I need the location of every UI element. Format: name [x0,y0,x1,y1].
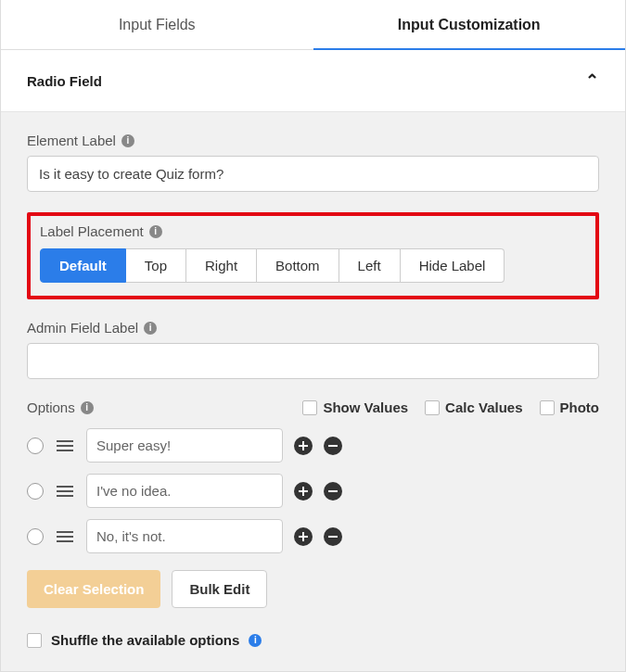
remove-option-button[interactable] [324,437,342,455]
svg-rect-5 [328,490,338,492]
section-title: Radio Field [27,73,102,89]
remove-option-button[interactable] [324,527,342,546]
placement-top[interactable]: Top [126,248,186,283]
chevron-up-icon: ⌃ [585,70,599,91]
info-icon[interactable]: i [249,634,262,647]
clear-selection-button[interactable]: Clear Selection [27,570,160,608]
label-placement-group: Default Top Right Bottom Left Hide Label [40,248,586,283]
info-icon[interactable]: i [144,322,157,335]
option-radio[interactable] [27,483,44,500]
svg-rect-7 [299,536,308,538]
option-row [27,428,599,463]
placement-hide[interactable]: Hide Label [401,248,505,283]
tab-input-fields[interactable]: Input Fields [1,0,313,50]
label-placement-label: Label Placement [40,223,144,239]
options-label: Options [27,399,75,415]
remove-option-button[interactable] [324,482,342,501]
admin-field-label-text: Admin Field Label [27,320,138,336]
info-icon[interactable]: i [121,134,134,147]
placement-left[interactable]: Left [339,248,401,283]
add-option-button[interactable] [294,437,313,455]
svg-rect-2 [328,445,338,447]
placement-default[interactable]: Default [40,248,126,283]
option-input[interactable] [86,474,283,508]
info-icon[interactable]: i [81,401,94,414]
placement-right[interactable]: Right [186,248,257,283]
shuffle-checkbox[interactable] [27,633,42,648]
tab-input-customization[interactable]: Input Customization [313,0,626,50]
add-option-button[interactable] [294,482,313,501]
add-option-button[interactable] [294,527,313,546]
element-label-input[interactable] [27,156,599,192]
placement-bottom[interactable]: Bottom [257,248,339,283]
toggle-calc-values[interactable]: Calc Values [425,399,522,415]
svg-rect-1 [299,445,308,447]
option-radio[interactable] [27,528,44,545]
svg-rect-4 [299,490,308,492]
label-placement-highlight: Label Placement i Default Top Right Bott… [27,212,599,299]
drag-handle-icon[interactable] [55,486,75,497]
shuffle-label: Shuffle the available options [51,632,239,648]
toggle-photo[interactable]: Photo [540,399,600,415]
svg-rect-8 [328,536,338,538]
section-header[interactable]: Radio Field ⌃ [1,50,625,112]
option-input[interactable] [86,428,283,463]
bulk-edit-button[interactable]: Bulk Edit [172,570,267,608]
option-radio[interactable] [27,437,44,454]
option-row [27,519,599,553]
drag-handle-icon[interactable] [55,440,75,451]
info-icon[interactable]: i [149,225,162,238]
admin-field-label-input[interactable] [27,343,599,379]
element-label-text: Element Label [27,133,116,148]
drag-handle-icon[interactable] [55,531,75,542]
toggle-show-values[interactable]: Show Values [302,399,408,415]
option-input[interactable] [86,519,283,553]
option-row [27,474,599,508]
